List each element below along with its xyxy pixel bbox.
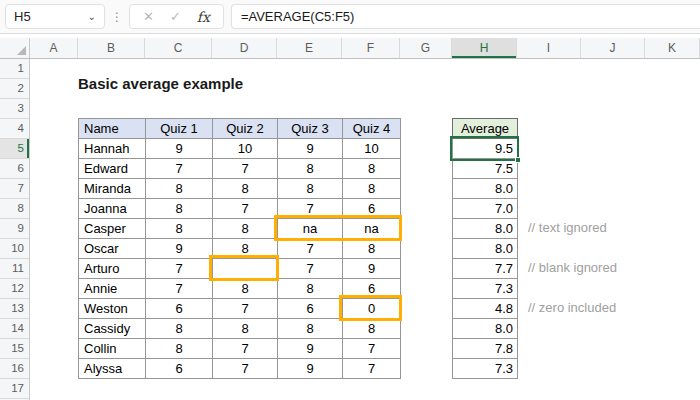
score-cell[interactable]: 7 bbox=[213, 299, 278, 319]
score-cell[interactable]: 8 bbox=[213, 179, 278, 199]
score-cell[interactable]: 8 bbox=[146, 219, 213, 239]
score-cell[interactable]: 6 bbox=[343, 199, 401, 219]
score-cell[interactable]: 10 bbox=[213, 139, 278, 159]
score-cell[interactable]: 7 bbox=[146, 159, 213, 179]
row-header-7[interactable]: 7 bbox=[0, 179, 29, 199]
score-cell[interactable]: 7 bbox=[213, 159, 278, 179]
average-cell[interactable]: 7.8 bbox=[453, 339, 518, 359]
average-cell[interactable]: 7.5 bbox=[453, 159, 518, 179]
score-cell[interactable]: 6 bbox=[278, 299, 343, 319]
row-header-4[interactable]: 4 bbox=[0, 119, 29, 139]
score-cell[interactable]: 7 bbox=[343, 359, 401, 379]
sheet-area[interactable]: Basic average example NameQuiz 1Quiz 2Qu… bbox=[30, 59, 700, 400]
row-header-16[interactable]: 16 bbox=[0, 359, 29, 379]
score-cell[interactable]: 8 bbox=[343, 179, 401, 199]
name-cell[interactable]: Weston bbox=[79, 299, 146, 319]
row-header-15[interactable]: 15 bbox=[0, 339, 29, 359]
column-header-F[interactable]: F bbox=[342, 38, 400, 58]
name-cell[interactable]: Casper bbox=[79, 219, 146, 239]
name-cell[interactable]: Edward bbox=[79, 159, 146, 179]
score-cell[interactable]: 7 bbox=[146, 279, 213, 299]
score-cell[interactable]: 8 bbox=[278, 279, 343, 299]
average-cell[interactable]: 8.0 bbox=[453, 179, 518, 199]
name-cell[interactable]: Joanna bbox=[79, 199, 146, 219]
name-cell[interactable]: Alyssa bbox=[79, 359, 146, 379]
name-cell[interactable]: Oscar bbox=[79, 239, 146, 259]
score-cell[interactable]: 7 bbox=[278, 239, 343, 259]
score-cell[interactable]: 8 bbox=[278, 179, 343, 199]
column-header-C[interactable]: C bbox=[145, 38, 212, 58]
score-cell[interactable]: na bbox=[278, 219, 343, 239]
score-cell[interactable]: 8 bbox=[278, 319, 343, 339]
average-cell[interactable]: 4.8 bbox=[453, 299, 518, 319]
score-cell[interactable]: 8 bbox=[213, 239, 278, 259]
header-cell[interactable]: Quiz 2 bbox=[213, 119, 278, 139]
row-header-5[interactable]: 5 bbox=[0, 139, 29, 159]
score-cell[interactable]: 0 bbox=[343, 299, 401, 319]
header-cell[interactable]: Name bbox=[79, 119, 146, 139]
header-cell[interactable]: Quiz 4 bbox=[343, 119, 401, 139]
score-cell[interactable] bbox=[213, 259, 278, 279]
average-cell[interactable]: 7.3 bbox=[453, 359, 518, 379]
column-header-D[interactable]: D bbox=[212, 38, 277, 58]
score-cell[interactable]: 7 bbox=[213, 199, 278, 219]
score-cell[interactable]: 8 bbox=[343, 159, 401, 179]
fill-handle[interactable] bbox=[515, 157, 521, 163]
score-cell[interactable]: 9 bbox=[343, 259, 401, 279]
row-header-12[interactable]: 12 bbox=[0, 279, 29, 299]
score-cell[interactable]: 8 bbox=[278, 159, 343, 179]
score-cell[interactable]: 9 bbox=[146, 239, 213, 259]
average-cell[interactable]: 8.0 bbox=[453, 219, 518, 239]
column-header-I[interactable]: I bbox=[517, 38, 581, 58]
row-header-13[interactable]: 13 bbox=[0, 299, 29, 319]
average-cell[interactable]: 7.7 bbox=[453, 259, 518, 279]
row-header-9[interactable]: 9 bbox=[0, 219, 29, 239]
score-cell[interactable]: 9 bbox=[146, 139, 213, 159]
column-header-A[interactable]: A bbox=[30, 38, 78, 58]
header-cell[interactable]: Quiz 3 bbox=[278, 119, 343, 139]
column-header-K[interactable]: K bbox=[645, 38, 700, 58]
row-header-14[interactable]: 14 bbox=[0, 319, 29, 339]
row-header-3[interactable]: 3 bbox=[0, 99, 29, 119]
insert-function-icon[interactable]: fx bbox=[197, 9, 210, 25]
select-all-corner[interactable] bbox=[0, 38, 30, 58]
name-cell[interactable]: Hannah bbox=[79, 139, 146, 159]
score-cell[interactable]: 6 bbox=[146, 359, 213, 379]
name-cell[interactable]: Annie bbox=[79, 279, 146, 299]
row-header-1[interactable]: 1 bbox=[0, 59, 29, 79]
name-cell[interactable]: Cassidy bbox=[79, 319, 146, 339]
score-cell[interactable]: 7 bbox=[213, 359, 278, 379]
column-header-J[interactable]: J bbox=[581, 38, 645, 58]
column-header-H[interactable]: H bbox=[452, 38, 517, 58]
name-box[interactable]: H5 ⌄ bbox=[5, 4, 105, 29]
score-cell[interactable]: 7 bbox=[343, 339, 401, 359]
score-cell[interactable]: 9 bbox=[278, 139, 343, 159]
average-cell[interactable]: 7.0 bbox=[453, 199, 518, 219]
row-header-11[interactable]: 11 bbox=[0, 259, 29, 279]
score-cell[interactable]: 7 bbox=[146, 259, 213, 279]
column-header-B[interactable]: B bbox=[78, 38, 145, 58]
score-cell[interactable]: 8 bbox=[343, 239, 401, 259]
cancel-icon[interactable]: ✕ bbox=[143, 9, 154, 24]
name-cell[interactable]: Miranda bbox=[79, 179, 146, 199]
name-cell[interactable]: Arturo bbox=[79, 259, 146, 279]
chevron-down-icon[interactable]: ⌄ bbox=[88, 12, 96, 22]
score-cell[interactable]: 8 bbox=[343, 319, 401, 339]
average-cell[interactable]: 7.3 bbox=[453, 279, 518, 299]
score-cell[interactable]: 8 bbox=[213, 219, 278, 239]
score-cell[interactable]: 8 bbox=[213, 279, 278, 299]
column-header-E[interactable]: E bbox=[277, 38, 342, 58]
row-header-10[interactable]: 10 bbox=[0, 239, 29, 259]
row-header-17[interactable]: 17 bbox=[0, 379, 29, 399]
score-cell[interactable]: 8 bbox=[213, 319, 278, 339]
average-cell[interactable]: 8.0 bbox=[453, 319, 518, 339]
average-cell[interactable]: 8.0 bbox=[453, 239, 518, 259]
name-cell[interactable]: Collin bbox=[79, 339, 146, 359]
column-header-G[interactable]: G bbox=[400, 38, 452, 58]
score-cell[interactable]: 7 bbox=[213, 339, 278, 359]
score-cell[interactable]: 8 bbox=[146, 199, 213, 219]
score-cell[interactable]: 7 bbox=[278, 199, 343, 219]
header-cell[interactable]: Quiz 1 bbox=[146, 119, 213, 139]
score-cell[interactable]: 6 bbox=[146, 299, 213, 319]
score-cell[interactable]: 8 bbox=[146, 319, 213, 339]
